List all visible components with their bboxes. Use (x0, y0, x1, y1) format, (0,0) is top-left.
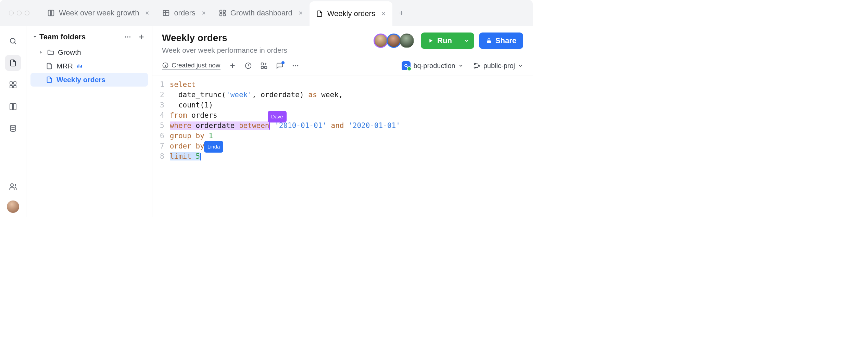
svg-point-14 (129, 36, 131, 38)
tree-label: MRR (56, 62, 73, 70)
file-icon (316, 10, 323, 17)
page-title: Weekly orders (162, 33, 287, 43)
add-folder-button[interactable] (138, 33, 145, 41)
body: Team folders Growth (0, 26, 533, 217)
code-lines[interactable]: select date_trunc('week', orderdate) as … (170, 79, 400, 161)
files-button[interactable] (5, 55, 21, 71)
history-button[interactable] (244, 62, 252, 69)
svg-point-23 (297, 65, 298, 66)
info-icon (162, 62, 169, 69)
svg-rect-6 (10, 82, 12, 84)
share-label: Share (495, 36, 516, 45)
window-traffic-lights (3, 11, 34, 15)
connection-name: bq-production (413, 62, 455, 70)
tab-weekly-orders[interactable]: Weekly orders (310, 1, 392, 26)
run-label: Run (437, 36, 452, 45)
folder-icon (47, 49, 54, 56)
book-icon (47, 9, 55, 17)
sidebar-item-weekly-orders[interactable]: Weekly orders (30, 73, 148, 87)
user-avatar[interactable] (7, 201, 19, 213)
table-icon (162, 9, 170, 17)
tab-label: orders (174, 9, 195, 17)
connection-picker[interactable]: bq-production (402, 61, 463, 70)
file-icon (46, 76, 53, 83)
run-button[interactable]: Run (421, 33, 474, 49)
page-subtitle: Week over week performance in orders (162, 46, 287, 54)
svg-point-13 (127, 36, 128, 38)
svg-rect-8 (10, 86, 12, 88)
project-name: public-proj (483, 62, 515, 70)
line-gutter: 12345678 (152, 79, 170, 161)
traffic-light-close[interactable] (9, 11, 14, 15)
sidebar-title: Team folders (39, 33, 86, 41)
svg-point-21 (292, 65, 294, 66)
svg-rect-2 (223, 10, 225, 12)
close-icon[interactable] (200, 9, 208, 17)
sidebar-header: Team folders (30, 32, 148, 44)
meta-bar: Created just now bq-production (152, 56, 533, 76)
svg-point-11 (11, 184, 13, 186)
svg-rect-19 (261, 66, 263, 68)
svg-rect-0 (163, 10, 169, 15)
sidebar-item-growth[interactable]: Growth (30, 46, 148, 59)
tab-label: Week over week growth (59, 9, 139, 17)
play-icon (428, 38, 434, 44)
team-button[interactable] (5, 179, 21, 194)
project-picker[interactable]: public-proj (473, 62, 523, 70)
app-root: Week over week growth orders Growth dash (0, 0, 533, 217)
tab-week-over-week[interactable]: Week over week growth (41, 0, 156, 26)
tab-label: Weekly orders (327, 9, 375, 18)
chart-badge-icon (76, 63, 83, 69)
sql-editor[interactable]: 12345678 select date_trunc('week', order… (152, 76, 533, 161)
comments-button[interactable] (276, 62, 284, 69)
more-button[interactable] (292, 62, 299, 69)
chevron-down-icon[interactable] (33, 35, 37, 39)
presence-avatar[interactable] (400, 34, 414, 48)
tab-label: Growth dashboard (230, 9, 292, 17)
presence-avatar[interactable] (387, 34, 401, 48)
close-icon[interactable] (297, 9, 305, 17)
search-button[interactable] (5, 33, 21, 49)
traffic-light-min[interactable] (17, 11, 22, 15)
created-info[interactable]: Created just now (162, 62, 221, 70)
tab-bar: Week over week growth orders Growth dash (0, 0, 533, 26)
chevron-down-icon (518, 63, 523, 68)
sidebar: Team folders Growth (26, 26, 152, 217)
svg-point-10 (10, 125, 16, 127)
dashboards-button[interactable] (5, 77, 21, 93)
close-icon[interactable] (379, 10, 388, 18)
close-icon[interactable] (143, 9, 151, 17)
svg-rect-20 (264, 66, 266, 68)
new-tab-button[interactable] (392, 0, 410, 26)
database-button[interactable] (5, 121, 21, 137)
svg-rect-1 (219, 10, 222, 12)
folder-tree: Growth MRR Weekly orders (30, 46, 148, 87)
svg-point-24 (405, 64, 407, 67)
add-button[interactable] (229, 62, 236, 69)
tabs: Week over week growth orders Growth dash (41, 0, 410, 26)
svg-rect-4 (223, 13, 225, 15)
run-dropdown[interactable] (459, 33, 474, 49)
notification-dot (281, 61, 285, 64)
page-header: Weekly orders Week over week performance… (152, 26, 533, 56)
presence-avatar[interactable] (374, 34, 388, 48)
add-widget-button[interactable] (260, 62, 268, 69)
docs-button[interactable] (5, 99, 21, 115)
presence-cursor-label: Dave (268, 111, 287, 122)
svg-point-25 (474, 63, 475, 65)
created-label: Created just now (172, 62, 221, 69)
tab-growth-dashboard[interactable]: Growth dashboard (213, 0, 310, 26)
tab-orders[interactable]: orders (156, 0, 212, 26)
chevron-down-icon (458, 63, 464, 68)
more-icon[interactable] (124, 33, 131, 41)
svg-rect-7 (14, 82, 16, 84)
bigquery-icon (402, 61, 411, 70)
share-button[interactable]: Share (479, 33, 523, 49)
traffic-light-max[interactable] (25, 11, 29, 15)
svg-rect-9 (14, 86, 16, 88)
svg-point-26 (474, 67, 475, 68)
svg-rect-18 (261, 63, 263, 65)
svg-point-22 (295, 65, 296, 66)
sidebar-item-mrr[interactable]: MRR (30, 59, 148, 73)
tree-label: Weekly orders (56, 76, 105, 84)
